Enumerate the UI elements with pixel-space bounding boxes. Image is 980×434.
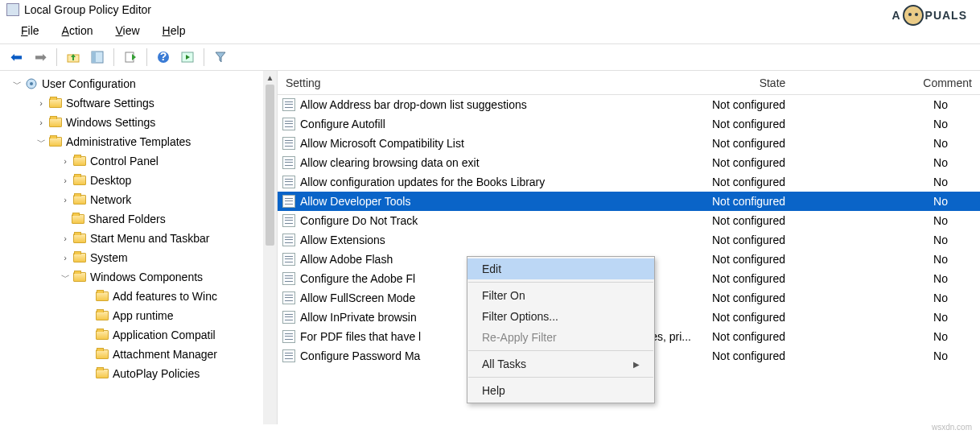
tree-windows-components[interactable]: ﹀Windows Components (0, 267, 277, 287)
policy-icon (282, 195, 295, 208)
tree-app-compat[interactable]: Application Compatil (0, 325, 277, 345)
settings-row[interactable]: Configure AutofillNot configuredNo (278, 114, 980, 134)
logo-face-icon (903, 5, 924, 26)
policy-icon (282, 234, 295, 246)
settings-row[interactable]: Allow Microsoft Compatibility ListNot co… (278, 134, 980, 153)
settings-row[interactable]: Allow Developer ToolsNot configuredNo (278, 192, 980, 211)
help-button[interactable]: ? (152, 46, 175, 68)
folder-icon (95, 309, 109, 322)
menu-help[interactable]: Help (153, 23, 196, 39)
scroll-thumb[interactable] (266, 85, 274, 246)
setting-state: Not configured (696, 272, 849, 285)
separator (113, 48, 114, 66)
tree-label: Shared Folders (89, 213, 166, 225)
forward-button[interactable]: ➡ (29, 46, 51, 68)
back-button[interactable]: ⬅ (5, 46, 27, 68)
policy-icon (282, 253, 295, 266)
expand-icon[interactable]: › (35, 118, 47, 127)
context-filter-options[interactable]: Filter Options... (467, 306, 654, 327)
column-setting[interactable]: Setting (278, 73, 696, 93)
export-button[interactable] (119, 46, 142, 68)
setting-state: Not configured (696, 176, 849, 188)
setting-state: Not configured (696, 195, 849, 208)
tree-control-panel[interactable]: ›Control Panel (0, 151, 277, 171)
context-separator (468, 282, 653, 283)
expand-icon[interactable]: › (60, 195, 71, 205)
run-button[interactable] (176, 46, 199, 68)
setting-comment: No (849, 195, 980, 208)
filter-button[interactable] (209, 46, 232, 68)
column-comment[interactable]: Comment (849, 73, 980, 93)
tree-software-settings[interactable]: ›Software Settings (0, 93, 277, 113)
column-state[interactable]: State (696, 73, 849, 93)
tree-label: Start Menu and Taskbar (90, 232, 209, 245)
context-filter-on[interactable]: Filter On (467, 285, 654, 306)
list-header: Setting State Comment (278, 71, 980, 95)
context-help[interactable]: Help (467, 380, 654, 401)
tree-scrollbar[interactable]: ▲ (263, 71, 277, 424)
tree-shared-folders[interactable]: Shared Folders (0, 209, 277, 229)
tree-network[interactable]: ›Network (0, 190, 277, 209)
folder-icon (72, 232, 87, 245)
settings-row[interactable]: Allow ExtensionsNot configuredNo (278, 230, 980, 250)
expand-icon[interactable]: › (60, 156, 71, 166)
tree-system[interactable]: ›System (0, 248, 277, 267)
setting-comment: No (849, 253, 980, 266)
settings-row[interactable]: Allow clearing browsing data on exitNot … (278, 153, 980, 172)
config-icon (24, 77, 39, 90)
tree-desktop[interactable]: ›Desktop (0, 171, 277, 190)
setting-comment: No (849, 176, 980, 188)
collapse-icon[interactable]: ﹀ (60, 271, 71, 283)
tree-label: Control Panel (90, 155, 159, 167)
show-hide-tree-button[interactable] (86, 46, 109, 68)
setting-comment: No (849, 214, 980, 227)
scroll-up-icon[interactable]: ▲ (263, 71, 277, 85)
arrow-left-icon: ⬅ (10, 50, 23, 64)
expand-icon[interactable]: › (60, 253, 71, 262)
separator (146, 48, 147, 66)
tree-app-runtime[interactable]: App runtime (0, 306, 277, 325)
setting-comment: No (849, 234, 980, 246)
up-button[interactable] (62, 46, 84, 68)
settings-row[interactable]: Allow Address bar drop-down list suggest… (278, 95, 980, 114)
expand-icon[interactable]: › (60, 234, 71, 243)
policy-icon (282, 176, 295, 188)
folder-icon (48, 97, 63, 110)
tree-label: Software Settings (66, 97, 154, 110)
expand-icon[interactable]: › (60, 176, 71, 185)
menu-file[interactable]: File (11, 23, 49, 39)
tree-user-configuration[interactable]: ﹀ User Configuration (0, 74, 277, 93)
tree-label: System (90, 251, 128, 264)
context-all-tasks[interactable]: All Tasks▶ (467, 353, 654, 374)
window-title: Local Group Policy Editor (24, 3, 151, 16)
setting-name: For PDF files that have l (300, 330, 421, 343)
setting-name: Allow InPrivate browsin (300, 311, 417, 324)
setting-name: Configure Autofill (300, 118, 385, 130)
tree-autoplay-policies[interactable]: AutoPlay Policies (0, 364, 277, 383)
setting-state: Not configured (696, 330, 849, 343)
setting-name: Configure the Adobe Fl (300, 272, 415, 285)
tree-admin-templates[interactable]: ﹀Administrative Templates (0, 132, 277, 151)
setting-comment: No (849, 137, 980, 150)
tree-add-features[interactable]: Add features to Winc (0, 287, 277, 306)
menu-view[interactable]: View (106, 23, 150, 39)
folder-up-icon (67, 51, 80, 64)
collapse-icon[interactable]: ﹀ (35, 136, 47, 148)
policy-icon (282, 291, 295, 304)
setting-comment: No (849, 156, 980, 169)
tree-label: Administrative Templates (66, 135, 191, 148)
menu-action[interactable]: Action (52, 23, 103, 39)
policy-icon (282, 214, 295, 227)
settings-row[interactable]: Configure Do Not TrackNot configuredNo (278, 211, 980, 230)
expand-icon[interactable]: › (35, 98, 47, 108)
context-edit[interactable]: Edit (467, 258, 654, 279)
collapse-icon[interactable]: ﹀ (11, 78, 23, 90)
settings-row[interactable]: Allow configuration updates for the Book… (278, 172, 980, 192)
tree-label: App runtime (113, 309, 173, 322)
folder-icon (72, 174, 87, 187)
tree-label: Application Compatil (113, 329, 216, 341)
tree-windows-settings[interactable]: ›Windows Settings (0, 113, 277, 132)
tree-start-menu[interactable]: ›Start Menu and Taskbar (0, 229, 277, 248)
logo-text: A (891, 9, 900, 22)
tree-attachment-manager[interactable]: Attachment Manager (0, 345, 277, 364)
